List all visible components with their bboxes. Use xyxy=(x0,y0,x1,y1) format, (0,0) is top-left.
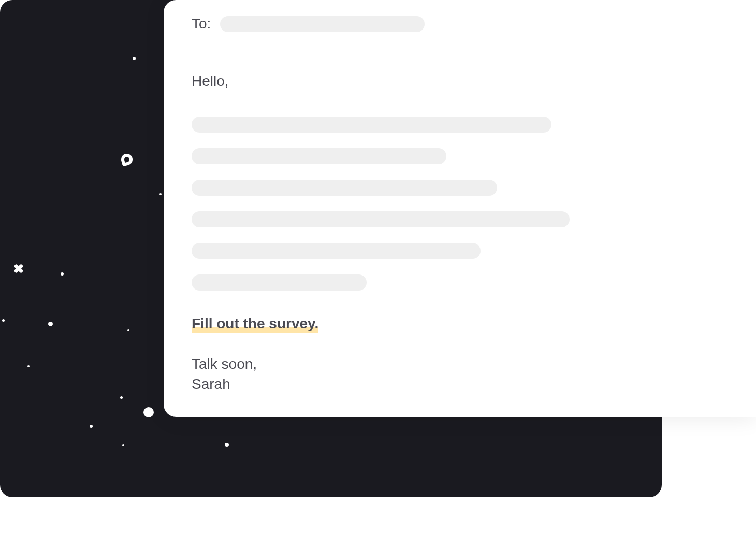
star-dot xyxy=(127,329,129,331)
closing-text: Talk soon, xyxy=(192,356,257,372)
email-closing: Talk soon, Sarah xyxy=(192,354,728,394)
body-placeholder-line xyxy=(192,274,367,291)
star-dot xyxy=(27,365,30,367)
star-dot xyxy=(61,272,64,276)
star-dot xyxy=(2,319,5,322)
star-dot xyxy=(120,396,123,399)
body-placeholder-line xyxy=(192,117,551,133)
donut-icon xyxy=(120,153,134,167)
email-body: Hello, Fill out the survey. Talk soon, S… xyxy=(164,48,756,417)
x-icon xyxy=(13,263,24,273)
star-dot xyxy=(48,322,53,326)
body-placeholder-line xyxy=(192,180,497,196)
to-label: To: xyxy=(192,16,211,32)
signature-text: Sarah xyxy=(192,376,230,392)
star-dot xyxy=(90,425,93,428)
email-greeting: Hello, xyxy=(192,73,728,90)
star-dot xyxy=(159,193,162,195)
email-compose-card: To: Hello, Fill out the survey. Talk soo… xyxy=(164,0,756,417)
star-dot xyxy=(225,443,229,447)
body-placeholder-line xyxy=(192,148,446,164)
star-dot xyxy=(143,407,154,417)
star-dot xyxy=(133,57,136,60)
survey-link[interactable]: Fill out the survey. xyxy=(192,315,318,332)
body-placeholder-line xyxy=(192,211,570,227)
star-dot xyxy=(122,444,124,446)
body-placeholder-line xyxy=(192,243,481,259)
email-header: To: xyxy=(164,0,756,48)
to-recipient-field[interactable] xyxy=(220,16,425,32)
